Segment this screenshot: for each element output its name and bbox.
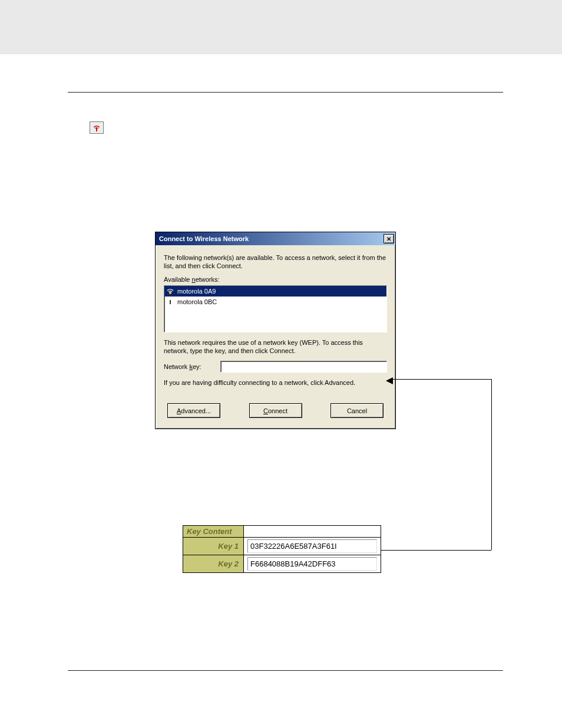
dialog-intro-text: The following network(s) are available. … <box>164 253 387 270</box>
key-table-header: Key Content <box>183 526 244 538</box>
dialog-title: Connect to Wireless Network <box>159 235 249 242</box>
svg-rect-1 <box>170 292 171 294</box>
table-row: Key 1 03F32226A6E587A3F61I <box>183 538 381 555</box>
connect-wireless-dialog: Connect to Wireless Network ✕ The follow… <box>155 232 396 429</box>
key-value: F6684088B19A42DFF63 <box>247 557 377 571</box>
network-key-label: Network key: <box>164 363 213 370</box>
network-list-item[interactable]: motorola 0BC <box>164 297 386 307</box>
wireless-tray-icon <box>90 121 104 134</box>
close-icon: ✕ <box>386 236 391 242</box>
dialog-titlebar: Connect to Wireless Network ✕ <box>156 232 395 245</box>
page-header-strip <box>0 0 562 54</box>
wep-note: This network requires the use of a netwo… <box>164 338 387 355</box>
key-label: Key 2 <box>183 555 244 573</box>
svg-rect-2 <box>170 300 171 304</box>
network-list-item[interactable]: motorola 0A9 <box>164 286 386 297</box>
rule-bottom <box>68 670 503 671</box>
rule-top <box>68 92 503 93</box>
network-name: motorola 0BC <box>177 298 217 305</box>
network-key-input[interactable] <box>220 361 387 373</box>
svg-marker-3 <box>386 377 393 384</box>
connector-line <box>491 379 492 550</box>
wifi-secure-icon <box>167 288 174 295</box>
key-label: Key 1 <box>183 538 244 555</box>
cancel-button[interactable]: Cancel <box>330 403 384 418</box>
advanced-button[interactable]: Advanced... <box>167 403 220 418</box>
available-networks-list[interactable]: motorola 0A9 motorola 0BC <box>164 285 387 332</box>
connector-line <box>389 379 492 380</box>
connect-button[interactable]: Connect <box>249 403 302 418</box>
wifi-icon <box>167 298 174 305</box>
close-button[interactable]: ✕ <box>384 234 394 243</box>
advanced-note: If you are having difficulty connecting … <box>164 378 387 387</box>
key-value: 03F32226A6E587A3F61I <box>247 539 377 553</box>
available-networks-label: Available networks: <box>164 276 387 283</box>
svg-rect-0 <box>96 128 97 131</box>
network-name: motorola 0A9 <box>177 288 216 295</box>
key-content-table: Key Content Key 1 03F32226A6E587A3F61I K… <box>183 525 381 573</box>
connector-line <box>376 550 491 551</box>
table-row: Key 2 F6684088B19A42DFF63 <box>183 555 381 573</box>
arrow-head-icon <box>386 376 394 387</box>
